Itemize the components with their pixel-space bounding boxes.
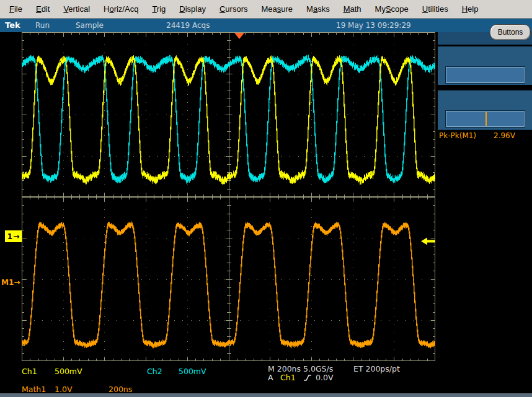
menu-bar: FileEditVerticalHoriz/AcqTrigDisplayCurs… (0, 0, 532, 19)
menu-item-measure[interactable]: Measure (254, 1, 299, 17)
menu-item-file[interactable]: File (2, 1, 29, 17)
ch1-marker-label: 1 (7, 232, 12, 241)
menu-item-trig[interactable]: Trig (145, 1, 172, 17)
menu-item-horiz-acq[interactable]: Horiz/Acq (97, 1, 145, 17)
measurement-value: 2.96V (494, 131, 515, 140)
ch1-label: Ch1 (22, 367, 37, 376)
horizontal-readout: M 200ns 5.0GS/s (268, 364, 333, 373)
math1-marker-label: M1 (1, 278, 14, 287)
acquisition-count: 24419 Acqs (166, 19, 210, 32)
trigger-prefix: A (268, 373, 273, 382)
window-bottom-edge (0, 393, 532, 397)
ch1-position-marker[interactable]: 1→ (5, 230, 22, 242)
math1-position-marker[interactable]: M1→ (1, 278, 20, 287)
ch2-scale: 500mV (179, 367, 206, 376)
menu-item-masks[interactable]: Masks (299, 1, 337, 17)
buttons-button-label: Buttons (498, 28, 523, 37)
ch1-scale: 500mV (55, 367, 82, 376)
readout-panel-1 (438, 45, 532, 85)
menu-item-utilities[interactable]: Utilities (415, 1, 455, 17)
menu-item-cursors[interactable]: Cursors (213, 1, 255, 17)
math1-scale: 1.0V (55, 385, 72, 394)
measurement-indicator-tick (485, 112, 487, 126)
et-sampling-readout: ET 200ps/pt (353, 364, 400, 373)
tek-logo: Tek (5, 19, 20, 32)
right-arrow-icon: → (13, 232, 19, 241)
menu-item-myscope[interactable]: MyScope (368, 1, 415, 17)
readout-panel-1-bar (445, 66, 525, 84)
trigger-level-arrow-icon[interactable] (421, 236, 435, 248)
menu-item-edit[interactable]: Edit (29, 1, 56, 17)
measurement-readout: Pk-Pk(M1) 2.96V (438, 131, 532, 141)
acquisition-mode: Sample (76, 19, 104, 32)
math1-time-scale: 200ns (109, 385, 132, 394)
readout-panel-2-bar (445, 110, 525, 128)
waveform-display (22, 32, 435, 361)
trigger-source: Ch1 (280, 373, 296, 382)
trigger-position-marker-icon[interactable] (234, 33, 244, 39)
menu-item-display[interactable]: Display (172, 1, 213, 17)
readout-panel-2 (438, 89, 532, 129)
math1-label: Math1 (22, 385, 46, 394)
acquisition-state: Run (35, 19, 50, 32)
ch2-label: Ch2 (147, 367, 162, 376)
readout-panel-area (438, 32, 532, 130)
datetime: 19 May 13 09:29:29 (336, 19, 411, 32)
tekscope-window: { "menu": { "items": [ {"label":"File","… (0, 0, 532, 397)
right-arrow-icon: → (14, 278, 20, 287)
status-bar: Tek Run Sample 24419 Acqs 19 May 13 09:2… (0, 19, 532, 32)
channel-readouts: Ch1 500mV Ch2 500mV M 200ns 5.0GS/s ET 2… (0, 361, 532, 393)
menu-item-math[interactable]: Math (337, 1, 368, 17)
buttons-button[interactable]: Buttons (490, 24, 531, 40)
menu-item-help[interactable]: Help (455, 1, 485, 17)
trigger-level: 0.0V (316, 373, 333, 382)
rising-slope-icon (303, 373, 312, 383)
measurement-label: Pk-Pk(M1) (439, 131, 476, 140)
right-panel: Pk-Pk(M1) 2.96V (438, 32, 532, 397)
menu-item-vertical[interactable]: Vertical (56, 1, 97, 17)
